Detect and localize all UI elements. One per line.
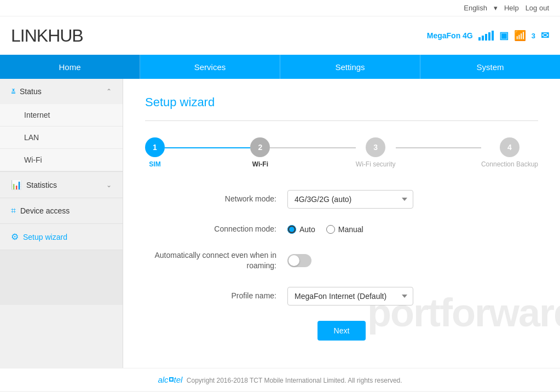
step-4-label: Connection Backup <box>481 160 538 168</box>
wizard-steps: 1 SIM 2 Wi-Fi 3 Wi-Fi security 4 Connect… <box>145 137 538 168</box>
step-3-label: Wi-Fi security <box>356 160 396 168</box>
nav-services[interactable]: Services <box>140 55 280 79</box>
logo-part1: LINK <box>11 26 48 45</box>
step-3-circle: 3 <box>366 137 385 157</box>
network-mode-control: 4G/3G/2G (auto) 4G only 3G only 2G only <box>287 190 424 209</box>
provider-name: MegaFon 4G <box>427 31 473 40</box>
sidebar-device-access-section: ⌗ Device access <box>0 198 123 224</box>
sidebar-status-header[interactable]: ⩮ Status ⌃ <box>0 79 123 104</box>
statistics-chevron-icon: ⌄ <box>106 181 112 189</box>
step-4-circle: 4 <box>500 137 519 157</box>
device-access-label: Device access <box>20 206 70 215</box>
connection-mode-auto-option[interactable]: Auto <box>287 225 315 234</box>
connection-mode-auto-label: Auto <box>299 225 315 234</box>
wizard-step-4: 4 Connection Backup <box>481 137 538 168</box>
status-icon: ⩮ <box>11 87 15 96</box>
statistics-label: Statistics <box>26 181 57 189</box>
nav-system[interactable]: System <box>420 55 560 79</box>
connection-mode-manual-radio[interactable] <box>326 225 335 234</box>
profile-name-control: MegaFon Internet (Default) <box>287 287 424 305</box>
main-content: Setup wizard 1 SIM 2 Wi-Fi 3 Wi-Fi secur… <box>123 79 560 368</box>
connection-mode-manual-label: Manual <box>338 225 363 234</box>
layout: ⩮ Status ⌃ Internet LAN Wi-Fi 📊 Statisti… <box>0 79 560 368</box>
roaming-row: Automatically connect even when in roami… <box>145 250 538 272</box>
connection-mode-manual-option[interactable]: Manual <box>326 225 363 234</box>
sidebar: ⩮ Status ⌃ Internet LAN Wi-Fi 📊 Statisti… <box>0 79 123 368</box>
status-chevron-icon: ⌃ <box>106 88 112 95</box>
sidebar-spacer <box>0 250 123 305</box>
network-mode-label: Network mode: <box>145 194 287 205</box>
header: LINKHUB MegaFon 4G ▣ 📶 3 ✉ <box>0 16 560 55</box>
alcatel-logo: alctel <box>158 375 182 384</box>
profile-name-label: Profile name: <box>145 291 287 302</box>
network-mode-select[interactable]: 4G/3G/2G (auto) 4G only 3G only 2G only <box>287 190 413 209</box>
help-link[interactable]: Help <box>504 4 519 12</box>
device-access-icon: ⌗ <box>11 206 16 216</box>
sidebar-item-internet[interactable]: Internet <box>0 104 123 126</box>
connector-3-4 <box>396 147 481 148</box>
main-nav: Home Services Settings System <box>0 55 560 79</box>
connector-2-3 <box>270 147 355 148</box>
top-bar: English ▾ Help Log out <box>0 0 560 16</box>
page-title: Setup wizard <box>145 95 538 109</box>
step-2-circle: 2 <box>250 137 270 157</box>
top-bar-right: English ▾ Help Log out <box>464 4 549 12</box>
sidebar-statistics-header[interactable]: 📊 Statistics ⌄ <box>0 172 123 198</box>
connection-mode-row: Connection mode: Auto Manual <box>145 224 538 235</box>
connector-1-2 <box>165 147 250 148</box>
profile-name-select[interactable]: MegaFon Internet (Default) <box>287 287 413 305</box>
footer: alctel Copyright 2016-2018 TCT Mobile In… <box>0 368 560 391</box>
title-divider <box>145 120 538 121</box>
connection-mode-auto-radio[interactable] <box>287 225 296 234</box>
logo-part2: HUB <box>48 26 83 45</box>
sim-icon: ▣ <box>499 30 509 42</box>
roaming-toggle-wrapper <box>287 254 424 267</box>
nav-home[interactable]: Home <box>0 55 140 79</box>
sidebar-statistics-section: 📊 Statistics ⌄ <box>0 172 123 198</box>
step-1-circle: 1 <box>145 137 165 157</box>
setup-wizard-label: Setup wizard <box>23 233 67 241</box>
connection-mode-control: Auto Manual <box>287 225 424 234</box>
sidebar-device-access-header[interactable]: ⌗ Device access <box>0 198 123 223</box>
step-2-label: Wi-Fi <box>252 160 268 168</box>
nav-settings[interactable]: Settings <box>280 55 420 79</box>
network-mode-row: Network mode: 4G/3G/2G (auto) 4G only 3G… <box>145 190 538 209</box>
step-1-label: SIM <box>149 160 160 168</box>
message-count-badge: 3 <box>532 32 535 40</box>
wifi-icon: 📶 <box>514 30 526 42</box>
sidebar-setup-wizard[interactable]: ⚙ Setup wizard <box>0 224 123 250</box>
sidebar-item-lan[interactable]: LAN <box>0 126 123 149</box>
language-chevron-icon: ▾ <box>494 4 498 12</box>
wizard-step-3: 3 Wi-Fi security <box>356 137 396 168</box>
connection-mode-label: Connection mode: <box>145 224 287 235</box>
profile-name-row: Profile name: MegaFon Internet (Default) <box>145 287 538 305</box>
footer-copyright: Copyright 2016-2018 TCT Mobile Internati… <box>187 377 402 384</box>
logo: LINKHUB <box>11 26 83 46</box>
next-button[interactable]: Next <box>317 321 366 341</box>
statistics-icon: 📊 <box>11 180 22 190</box>
sidebar-item-wifi[interactable]: Wi-Fi <box>0 149 123 171</box>
header-right: MegaFon 4G ▣ 📶 3 ✉ <box>427 30 549 42</box>
message-icon: ✉ <box>541 30 549 42</box>
roaming-toggle[interactable] <box>287 254 311 267</box>
logout-link[interactable]: Log out <box>526 4 549 12</box>
roaming-label: Automatically connect even when in roami… <box>145 250 287 272</box>
wizard-gear-icon: ⚙ <box>11 232 19 242</box>
sidebar-status-section: ⩮ Status ⌃ Internet LAN Wi-Fi <box>0 79 123 172</box>
status-label: Status <box>20 87 42 96</box>
language-selector[interactable]: English <box>464 4 487 12</box>
signal-bars-icon <box>478 31 494 41</box>
wizard-step-1: 1 SIM <box>145 137 165 168</box>
wizard-step-2: 2 Wi-Fi <box>250 137 270 168</box>
